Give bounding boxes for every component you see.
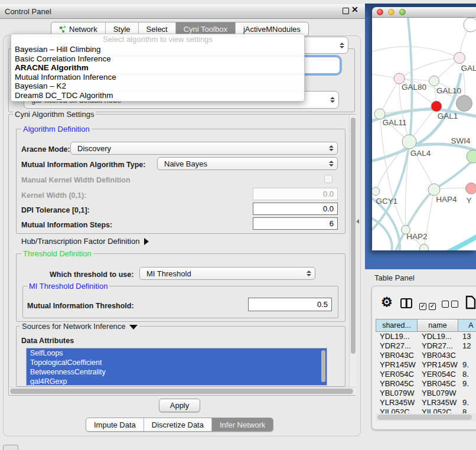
column-header-a[interactable]: A	[458, 319, 476, 332]
table-cell: YDR27...	[376, 341, 418, 351]
mi-steps-value: 6	[330, 219, 334, 228]
attribute-item-betweennesscentrality[interactable]: BetweennessCentrality	[27, 367, 327, 377]
table-cell: YER054C	[418, 370, 458, 379]
table-row[interactable]: YLR345WYLR345W9.	[376, 398, 476, 407]
table-hscrollbar[interactable]	[376, 413, 476, 421]
tab-label: Infer Network	[220, 420, 265, 429]
network-node-gal[interactable]	[454, 53, 465, 64]
algorithm-option-basic-correlation-inference[interactable]: Basic Correlation Inference	[11, 54, 304, 64]
aracne-mode-combobox[interactable]: Discovery	[70, 142, 338, 155]
mi-steps-label: Mutual Information Steps:	[21, 221, 112, 229]
table-row[interactable]: YDL19...YDL19...13	[376, 332, 476, 341]
table-row[interactable]: YBR045CYBR045C9.	[376, 379, 476, 389]
network-node-gcy1[interactable]	[372, 187, 380, 195]
threshold-definition-title: Threshold Definition	[21, 249, 93, 258]
network-node[interactable]	[464, 18, 476, 32]
manual-kernel-label: Manual Kernel Width Definition	[21, 176, 131, 184]
attribute-item-gal4rgexp[interactable]: gal4RGexp	[27, 377, 327, 386]
table-cell: YLR345W	[376, 398, 418, 407]
network-node-gal10[interactable]	[429, 76, 439, 86]
kernel-width-field[interactable]: 0.0	[253, 188, 338, 200]
apply-button[interactable]: Apply	[159, 399, 200, 412]
mi-threshold-field[interactable]: 0.5	[248, 298, 332, 311]
table-row[interactable]: YPR145WYPR145W9.	[376, 360, 476, 370]
hub-definition-disclosure[interactable]: Hub/Transcription Factor Definition	[21, 237, 149, 246]
table-cell: YBR045C	[376, 379, 418, 389]
table-panel-title: Table Panel	[374, 273, 415, 282]
minimize-traffic-light-icon[interactable]	[388, 9, 395, 15]
network-node-gal1[interactable]	[431, 101, 442, 112]
sources-group-title-row[interactable]: Sources for Network Inference	[20, 322, 139, 331]
network-node-label: GAL4	[410, 149, 431, 158]
table-cell: 13	[458, 332, 476, 341]
settings-hscrollbar[interactable]	[9, 387, 356, 394]
combobox-stepper-icon	[329, 145, 333, 151]
network-window-titlebar[interactable]	[372, 7, 476, 18]
manual-kernel-checkbox[interactable]	[324, 175, 332, 183]
table-cell	[458, 389, 476, 398]
algorithm-option-aracne-algorithm[interactable]: ARACNE Algorithm	[11, 63, 304, 73]
mi-steps-field[interactable]: 6	[253, 217, 338, 230]
which-threshold-combobox[interactable]: MI Threshold	[139, 267, 315, 280]
unchecked-boxes-icon[interactable]	[442, 299, 461, 310]
settings-hscrollbar-thumb[interactable]	[10, 389, 353, 394]
tab-discretize-data[interactable]: Discretize Data	[144, 418, 211, 431]
gear-icon[interactable]: ⚙	[381, 295, 393, 310]
network-canvas[interactable]: GALGAL80GAL10GAL1GAL11GAL4SWI4HAP4YGCY1H…	[372, 18, 476, 250]
attribute-list-scrollbar-thumb[interactable]	[321, 350, 325, 382]
settings-scrollbar[interactable]	[349, 115, 356, 395]
cyni-settings-group-title: Cyni Algorithm Settings	[13, 110, 96, 119]
sources-group-title: Sources for Network Inference	[22, 322, 126, 331]
checked-boxes-icon[interactable]: ✓✓	[419, 299, 438, 310]
network-node-label: HAP4	[436, 195, 457, 204]
tab-label: jActiveMNodules	[243, 25, 301, 34]
table-cell: YDL19...	[376, 332, 418, 341]
close-icon[interactable]: ✕	[351, 5, 358, 14]
settings-scrollbar-thumb[interactable]	[351, 118, 356, 354]
table-hscrollbar-thumb[interactable]	[377, 415, 472, 420]
network-node-hap4[interactable]	[428, 184, 440, 195]
data-attributes-list[interactable]: SelfLoopsTopologicalCoefficientBetweenne…	[26, 348, 327, 386]
network-node[interactable]	[457, 96, 472, 112]
tab-impute-data[interactable]: Impute Data	[86, 418, 144, 431]
kernel-width-label: Kernel Width (0,1):	[21, 191, 86, 200]
column-header-name[interactable]: name	[418, 319, 458, 332]
table-row[interactable]: YER054CYER054C8.	[376, 370, 476, 379]
tab-label: Impute Data	[94, 420, 136, 429]
tab-infer-network[interactable]: Infer Network	[211, 418, 273, 431]
hub-definition-label: Hub/Transcription Factor Definition	[21, 237, 139, 246]
network-node[interactable]	[420, 244, 429, 251]
table-row[interactable]: YBL079WYBL079W	[376, 389, 476, 398]
close-traffic-light-icon[interactable]	[377, 9, 383, 15]
network-node-swi4[interactable]	[467, 150, 476, 163]
kernel-width-value: 0.0	[323, 190, 334, 198]
network-node-gal4[interactable]	[402, 135, 416, 149]
algorithm-option-bayesian-hill-climbing[interactable]: Bayesian – Hill Climbing	[11, 45, 304, 54]
algorithm-option-mutual-information-inference[interactable]: Mutual Information Inference	[11, 73, 304, 82]
node-table[interactable]: shared...nameA YDL19...YDL19...13YDR27..…	[376, 319, 476, 417]
table-row[interactable]: YBR043CYBR043C	[376, 351, 476, 360]
network-node-label: GAL10	[436, 86, 461, 95]
attribute-item-selfloops[interactable]: SelfLoops	[27, 348, 327, 358]
columns-icon[interactable]	[400, 298, 412, 308]
corner-button[interactable]	[3, 445, 18, 450]
column-header-shared[interactable]: shared...	[376, 319, 418, 332]
network-edge	[399, 58, 459, 79]
network-window: GALGAL80GAL10GAL1GAL11GAL4SWI4HAP4YGCY1H…	[372, 7, 476, 250]
algorithm-option-bayesian-k2[interactable]: Bayesian – K2	[11, 81, 304, 91]
network-node-y[interactable]	[466, 183, 476, 194]
app-root: Control Panel ✕ NetworkStyleSelectCyni T…	[0, 0, 476, 450]
dpi-tolerance-field[interactable]: 0.0	[253, 203, 338, 215]
tab-label: Style	[113, 25, 131, 34]
algorithm-definition-title: Algorithm Definition	[21, 125, 92, 133]
table-row[interactable]: YDR27...YDR27...12	[376, 341, 476, 351]
disclosure-collapsed-icon	[144, 238, 149, 245]
algorithm-option-dream8-dc-tdc-algorithm[interactable]: Dream8 DC_TDC Algorithm	[11, 91, 304, 100]
float-window-icon[interactable]	[343, 8, 349, 14]
page-icon[interactable]	[465, 295, 476, 309]
mi-type-combobox[interactable]: Naive Bayes	[157, 157, 338, 170]
table-cell: YLR345W	[418, 398, 458, 407]
attribute-item-topologicalcoefficient[interactable]: TopologicalCoefficient	[27, 358, 327, 367]
zoom-traffic-light-icon[interactable]	[399, 9, 406, 15]
splitter-handle-icon[interactable]	[356, 219, 359, 224]
